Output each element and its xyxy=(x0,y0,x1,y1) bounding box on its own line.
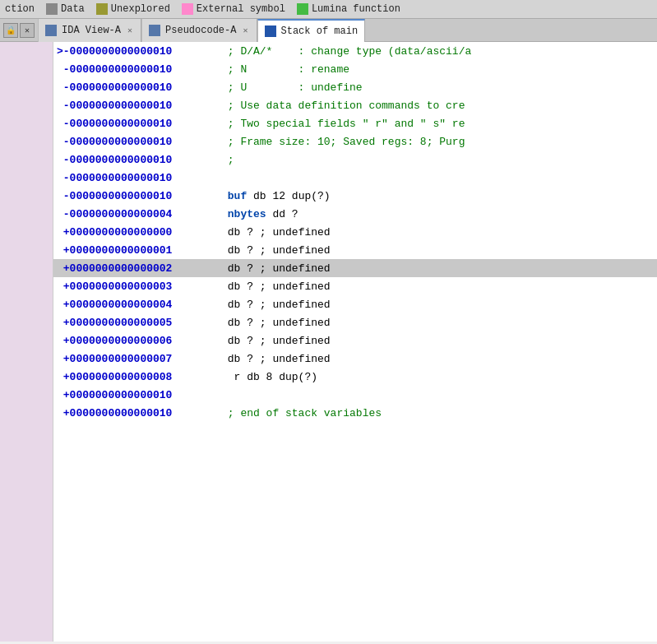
code-content: ; Frame size: 10; Saved regs: 8; Purg xyxy=(221,136,465,148)
code-content: buf db 12 dup(?) xyxy=(221,190,331,202)
data-swatch xyxy=(46,3,58,15)
address: -0000000000000010 xyxy=(57,154,221,166)
code-line: -0000000000000010 ; xyxy=(53,151,657,169)
code-line: -0000000000000010 ; Two special fields "… xyxy=(53,114,657,132)
code-line: -0000000000000010 xyxy=(53,169,657,187)
left-sidebar xyxy=(0,42,53,642)
code-content: nbytes dd ? xyxy=(221,208,298,220)
code-content: db ? ; undefined xyxy=(221,335,331,347)
address: -0000000000000010 xyxy=(57,118,221,130)
legend-unexplored-label: Unexplored xyxy=(111,3,170,15)
code-line: +0000000000000010 xyxy=(53,386,657,404)
tab-bar: 🔒 ✕ IDA View-A ✕ Pseudocode-A ✕ Stack of… xyxy=(0,19,657,42)
unexplored-swatch xyxy=(96,3,108,15)
code-line: -0000000000000010 ; N : rename xyxy=(53,60,657,78)
address: +0000000000000001 xyxy=(57,244,221,257)
code-content: db ? ; undefined xyxy=(221,280,331,293)
code-line: -0000000000000010 ; Use data definition … xyxy=(53,96,657,114)
code-line: -0000000000000010 ; Frame size: 10; Save… xyxy=(53,132,657,151)
tab-controls: 🔒 ✕ xyxy=(0,23,38,38)
code-content: ; N : rename xyxy=(221,63,349,76)
code-line: +0000000000000004 db ? ; undefined xyxy=(53,295,657,313)
code-content xyxy=(221,172,228,184)
code-content: ; Use data definition commands to cre xyxy=(221,100,465,112)
tab-stack-main[interactable]: Stack of main xyxy=(257,19,366,42)
legend-external: External symbol xyxy=(182,3,285,15)
code-content: ; D/A/* : change type (data/ascii/a xyxy=(221,45,471,58)
external-swatch xyxy=(182,3,193,15)
tab-stack-main-label: Stack of main xyxy=(281,25,359,37)
code-content: db ? ; undefined xyxy=(221,353,331,365)
code-line: -0000000000000010 buf db 12 dup(?) xyxy=(53,187,657,205)
address: -0000000000000010 xyxy=(57,81,221,94)
code-line: +0000000000000000 db ? ; undefined xyxy=(53,223,657,241)
tab-pseudocode-label: Pseudocode-A xyxy=(165,25,236,36)
legend-ction: ction xyxy=(5,3,35,15)
address: +0000000000000010 xyxy=(57,389,221,401)
legend-data-label: Data xyxy=(61,3,85,15)
address: -0000000000000010 xyxy=(57,100,221,112)
tab-pseudocode-close[interactable]: ✕ xyxy=(241,25,249,35)
code-line: +0000000000000003 db ? ; undefined xyxy=(53,277,657,295)
address: +0000000000000008 xyxy=(57,371,221,383)
legend-bar: ction Data Unexplored External symbol Lu… xyxy=(0,0,657,19)
code-content: r db 8 dup(?) xyxy=(221,371,317,383)
code-content: db ? ; undefined xyxy=(221,317,331,329)
code-line: -0000000000000004 nbytes dd ? xyxy=(53,205,657,223)
code-line: -0000000000000010 ; U : undefine xyxy=(53,78,657,96)
address: +0000000000000004 xyxy=(57,299,221,311)
address: >-0000000000000010 xyxy=(57,45,221,58)
legend-lumina: Lumina function xyxy=(297,3,400,15)
address: +0000000000000002 xyxy=(57,262,221,275)
address: -0000000000000004 xyxy=(57,208,221,220)
address: +0000000000000005 xyxy=(57,317,221,329)
address: +0000000000000010 xyxy=(57,407,221,419)
tab-ida-view[interactable]: IDA View-A ✕ xyxy=(38,19,141,42)
code-line: >-0000000000000010 ; D/A/* : change type… xyxy=(53,42,657,60)
address: +0000000000000007 xyxy=(57,353,221,365)
code-content: db ? ; undefined xyxy=(221,299,331,311)
code-line: +0000000000000006 db ? ; undefined xyxy=(53,331,657,350)
code-content: ; end of stack variables xyxy=(221,407,382,419)
code-content: db ? ; undefined xyxy=(221,262,331,275)
code-view[interactable]: >-0000000000000010 ; D/A/* : change type… xyxy=(53,42,657,642)
address: -0000000000000010 xyxy=(57,63,221,76)
lock-button[interactable]: 🔒 xyxy=(3,23,18,38)
tab-ida-view-close[interactable]: ✕ xyxy=(126,25,134,35)
legend-data: Data xyxy=(46,3,85,15)
legend-external-label: External symbol xyxy=(197,3,285,15)
address: -0000000000000010 xyxy=(57,190,221,202)
legend-lumina-label: Lumina function xyxy=(312,3,400,15)
stack-main-icon xyxy=(265,25,276,37)
code-content: ; U : undefine xyxy=(221,81,363,94)
code-content: db ? ; undefined xyxy=(221,244,331,257)
address: +0000000000000003 xyxy=(57,280,221,293)
code-line: +0000000000000001 db ? ; undefined xyxy=(53,241,657,259)
tab-ida-view-label: IDA View-A xyxy=(62,25,121,36)
address: -0000000000000010 xyxy=(57,136,221,148)
code-line: +0000000000000005 db ? ; undefined xyxy=(53,313,657,331)
close-button[interactable]: ✕ xyxy=(20,23,35,38)
tab-pseudocode[interactable]: Pseudocode-A ✕ xyxy=(141,19,257,42)
lumina-swatch xyxy=(297,3,308,15)
code-line: +0000000000000007 db ? ; undefined xyxy=(53,350,657,368)
legend-unexplored: Unexplored xyxy=(96,3,170,15)
ida-view-icon xyxy=(45,25,57,36)
code-content: ; Two special fields " r" and " s" re xyxy=(221,118,465,130)
code-line: +0000000000000008 r db 8 dup(?) xyxy=(53,368,657,386)
main-area: >-0000000000000010 ; D/A/* : change type… xyxy=(0,42,657,642)
code-line: +0000000000000010 ; end of stack variabl… xyxy=(53,404,657,422)
code-content: ; xyxy=(221,154,234,166)
code-line-highlighted: +0000000000000002 db ? ; undefined xyxy=(53,259,657,277)
code-content: db ? ; undefined xyxy=(221,226,331,239)
pseudocode-icon xyxy=(149,25,160,36)
address: +0000000000000006 xyxy=(57,335,221,347)
address: +0000000000000000 xyxy=(57,226,221,239)
code-content xyxy=(221,389,228,401)
address: -0000000000000010 xyxy=(57,172,221,184)
